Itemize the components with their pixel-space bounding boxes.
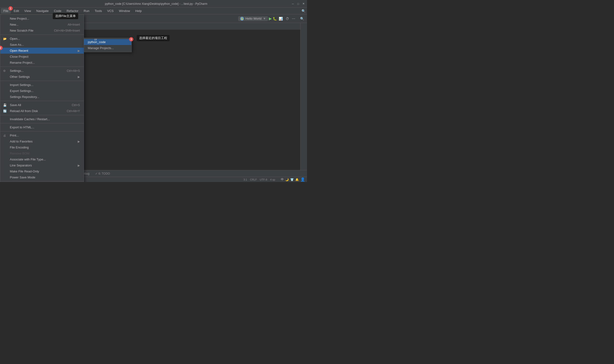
menu-new-scratch-file[interactable]: New Scratch File Ctrl+Alt+Shift+Insert [0, 27, 84, 34]
separator-7 [0, 131, 84, 131]
debug-button[interactable]: 🐛 [273, 17, 277, 21]
menu-export-html[interactable]: Export to HTML... [0, 124, 84, 130]
menu-bar: File 1 Edit View Navigate Code Refactor … [0, 8, 307, 14]
run-button[interactable]: ▶ [269, 16, 272, 21]
separator-4 [0, 101, 84, 101]
save-all-icon: 💾 [3, 104, 7, 107]
menu-open-recent[interactable]: Open Recent ▶ 2 [0, 48, 84, 54]
separator-1 [0, 35, 84, 35]
menu-reload-all[interactable]: 🔄 Reload All from Disk Ctrl+Alt+Y [0, 108, 84, 114]
menu-make-read-only[interactable]: Make File Read-Only [0, 168, 84, 174]
menu-window[interactable]: Window [117, 8, 132, 14]
close-button[interactable]: ✕ [302, 2, 305, 5]
shirt-icon: 👕 [290, 178, 294, 181]
tooltip-recent-project: 选择最近的项目工程 [137, 35, 169, 41]
menu-navigate[interactable]: Navigate [34, 8, 51, 14]
run-configuration[interactable]: 🐍 Hello World ▼ [238, 16, 268, 21]
menu-other-settings[interactable]: Other Settings ▶ [0, 74, 84, 80]
more-actions-button[interactable]: ⋯ [291, 17, 296, 21]
menu-view[interactable]: View [22, 8, 33, 14]
menu-new[interactable]: New... Alt+Insert [0, 22, 84, 27]
open-recent-submenu: python_code 3 Manage Projects... [84, 38, 132, 52]
tooltip-file-menu: 选择File主菜单 [53, 13, 78, 19]
menu-tools[interactable]: Tools [92, 8, 104, 14]
separator-2 [0, 66, 84, 67]
reload-icon: 🔄 [3, 109, 7, 113]
maximize-button[interactable]: □ [296, 2, 300, 5]
menu-file-label: File [3, 9, 8, 13]
line-sep-arrow: ▶ [78, 164, 80, 167]
bottom-right-icons: 中 🌙 👕 🔔 👤 [281, 177, 305, 182]
right-sidebar [300, 23, 307, 170]
menu-close-project[interactable]: Close Project [0, 54, 84, 60]
chinese-input-icon: 中 [281, 177, 284, 182]
menu-rename-project[interactable]: Rename Project... [0, 60, 84, 66]
cursor-position: 3:1 [243, 178, 247, 181]
menu-invalidate-caches[interactable]: Invalidate Caches / Restart... [0, 116, 84, 122]
menu-file[interactable]: File 1 [1, 8, 11, 14]
coverage-button[interactable]: 📊 [278, 17, 284, 21]
favorites-arrow: ▶ [78, 140, 80, 143]
status-right: 3:1 CRLF UTF-8 4 sp 中 🌙 👕 🔔 👤 [243, 177, 305, 182]
run-config-dropdown-icon: ▼ [263, 17, 266, 20]
bottom-tab-todo[interactable]: ✓ 6: TODO [93, 171, 112, 176]
separator-8 [0, 181, 84, 182]
menu-save-as[interactable]: Save As... [0, 42, 84, 48]
separator-6 [0, 123, 84, 123]
menu-file-encoding[interactable]: File Encoding [0, 144, 84, 150]
menu-power-save[interactable]: Power Save Mode [0, 174, 84, 180]
search-everywhere-icon[interactable]: 🔍 [302, 9, 305, 13]
separator-3 [0, 81, 84, 81]
other-settings-arrow: ▶ [78, 75, 80, 78]
menu-add-to-favorites[interactable]: Add to Favorites ▶ [0, 138, 84, 144]
avatar-icon: 👤 [300, 177, 305, 182]
menu-print[interactable]: 🖨 Print... [0, 132, 84, 138]
run-config-label: Hello World [245, 17, 261, 20]
menu-associate-file-type[interactable]: Associate with File Type... [0, 156, 84, 162]
open-folder-icon: 📂 [3, 37, 7, 40]
menu-line-separators[interactable]: Line Separators ▶ [0, 162, 84, 168]
separator-5 [0, 115, 84, 115]
file-dropdown: New Project... New... Alt+Insert New Scr… [0, 14, 84, 182]
profile-button[interactable]: ⏱ [285, 17, 290, 21]
menu-run[interactable]: Run [81, 8, 92, 14]
window-controls[interactable]: ─ □ ✕ [291, 2, 305, 5]
line-ending: CRLF [250, 178, 257, 181]
search-icon[interactable]: 🔍 [299, 17, 305, 21]
todo-icon: ✓ [95, 172, 98, 175]
window-title: python_code [C:\Users\Amo Xiang\Desktop\… [21, 2, 291, 5]
manage-projects[interactable]: Manage Projects... [84, 45, 131, 51]
indent: 4 sp [270, 178, 275, 181]
dropdown-overlay: New Project... New... Alt+Insert New Scr… [0, 14, 84, 182]
run-config-icon: 🐍 [240, 17, 244, 21]
recent-python-code[interactable]: python_code 3 [84, 39, 131, 45]
menu-open[interactable]: 📂 Open... [0, 36, 84, 42]
moon-icon: 🌙 [285, 178, 289, 181]
menu-settings-repository[interactable]: Settings Repository... [0, 94, 84, 100]
or-label: or [94, 38, 97, 41]
badge-3: 3 [129, 37, 133, 41]
menu-vcs[interactable]: VCS [105, 8, 116, 14]
menu-import-settings[interactable]: Import Settings... [0, 82, 84, 88]
menu-help[interactable]: Help [133, 8, 144, 14]
encoding: UTF-8 [260, 178, 267, 181]
minimize-button[interactable]: ─ [291, 2, 294, 5]
title-bar: python_code [C:\Users\Amo Xiang\Desktop\… [0, 0, 307, 8]
notification-icon: 🔔 [295, 178, 299, 181]
open-recent-arrow: ▶ [78, 49, 80, 52]
menu-remove-bom: Remove BOM [0, 150, 84, 156]
settings-icon: ⚙ [3, 69, 6, 73]
menu-edit[interactable]: Edit [11, 8, 21, 14]
menu-settings[interactable]: ⚙ Settings... Ctrl+Alt+S [0, 68, 84, 74]
menu-save-all[interactable]: 💾 Save All Ctrl+S [0, 102, 84, 108]
menu-export-settings[interactable]: Export Settings... [0, 88, 84, 94]
print-icon: 🖨 [3, 134, 6, 137]
